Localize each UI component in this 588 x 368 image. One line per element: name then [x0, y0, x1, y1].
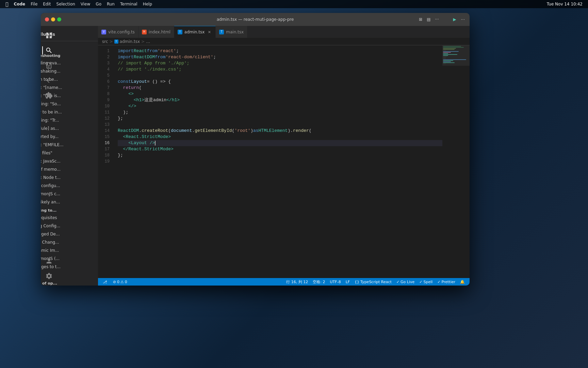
sidebar-item-out-of-memory[interactable]: out of memo... [41, 165, 98, 173]
code-line-4: // import './index.css'; [118, 66, 442, 73]
app-menu-terminal[interactable]: Terminal [120, 2, 137, 6]
code-line-19 [118, 158, 442, 165]
minimap-content [442, 45, 470, 65]
warning-icon: ⚠ [120, 280, 124, 284]
line-num-11: 11 [98, 109, 115, 116]
tab-close-admin[interactable]: ✕ [207, 29, 212, 35]
breadcrumb-src[interactable]: src [102, 39, 108, 44]
sidebar-item-exported[interactable]: exported by... [41, 133, 98, 141]
maximize-button[interactable] [57, 17, 61, 21]
sidebar-item-using-config[interactable]: Using Config... [41, 222, 98, 230]
activity-source-control[interactable] [42, 59, 56, 72]
line-num-2: 2 [98, 54, 115, 60]
split-editor-icon[interactable]: ⊞ [418, 17, 423, 22]
status-errors[interactable]: ⊘ 0 ⚠ 0 [111, 278, 129, 286]
status-prettier[interactable]: ✓ Prettier [435, 278, 457, 286]
app-menu-file[interactable]: File [31, 2, 37, 6]
activity-settings[interactable] [42, 269, 56, 283]
minimize-button[interactable] [51, 17, 55, 21]
app-menu-code[interactable]: Code [14, 2, 25, 6]
warning-count: 0 [125, 280, 127, 284]
line-col-text: 行 16, 列 12 [286, 279, 308, 285]
status-line-col[interactable]: 行 16, 列 12 [284, 278, 310, 286]
sidebar-item-likely[interactable]: likely to be in... [41, 108, 98, 116]
sidebar-item-more-chang[interactable]: More Chang... [41, 238, 98, 246]
activity-extensions[interactable] [42, 89, 56, 102]
macos-menubar:  Code File Edit Selection View Go Run T… [0, 0, 588, 8]
app-menu-help[interactable]: Help [143, 2, 152, 6]
html-icon: H [142, 30, 147, 34]
sidebar-item-emfile[interactable]: Error: "EMFILE... [41, 141, 98, 149]
tab-admin-tsx[interactable]: T admin.tsx ✕ [174, 26, 216, 38]
tab-bar: V vite.config.ts H index.html T admin.ts… [98, 26, 470, 38]
code-line-6: const Layout = () => { [118, 79, 442, 85]
status-branch[interactable]: ⎇ [101, 278, 110, 286]
app-menu-go[interactable]: Go [96, 2, 101, 6]
sidebar-item-open-files[interactable]: open files" [41, 149, 98, 157]
more-actions-icon[interactable]: ⋯ [460, 17, 466, 22]
sidebar-item-likely-an[interactable]: it is likely an... [41, 198, 98, 206]
layout-icon[interactable]: ▤ [426, 17, 431, 22]
status-bell[interactable]: 🔔 [458, 278, 467, 286]
breadcrumb-sep2: > [141, 39, 145, 44]
status-line-ending[interactable]: LF [344, 278, 352, 286]
sidebar-item-node-error[interactable]: Error: Node t... [41, 173, 98, 182]
activity-account[interactable] [42, 254, 56, 268]
activity-explorer[interactable] [42, 29, 56, 42]
code-line-14: ReactDOM.createRoot(document.getElementB… [118, 128, 442, 134]
run-icon[interactable]: ▶ [452, 17, 457, 22]
code-editor[interactable]: import React from 'react'; import ReactD… [115, 45, 442, 278]
activity-search[interactable] [42, 44, 56, 57]
vite-icon: V [101, 30, 106, 34]
apple-icon[interactable]:  [5, 1, 8, 7]
app-menu-run[interactable]: Run [107, 2, 115, 6]
tsx-icon-main: T [219, 30, 224, 34]
app-menu-edit[interactable]: Edit [43, 2, 51, 6]
prettier-text: Prettier [442, 280, 455, 284]
line-num-6: 6 [98, 79, 115, 85]
tab-index-html[interactable]: H index.html [138, 26, 174, 38]
status-language[interactable]: {} TypeScript React [353, 278, 394, 286]
more-icon[interactable]: ··· [434, 17, 440, 22]
line-num-10: 10 [98, 103, 115, 109]
line-num-18: 18 [98, 152, 115, 158]
sidebar-item-your-config[interactable]: your configu... [41, 182, 98, 190]
line-numbers: 1 2 3 4 5 6 7 8 9 10 11 12 13 14 [98, 45, 115, 278]
sidebar-item-prerequisites[interactable]: Prerequisites [41, 214, 98, 222]
tab-main-tsx[interactable]: T main.tsx [216, 26, 247, 38]
app-menu-view[interactable]: View [81, 2, 90, 6]
sidebar-section-migrating[interactable]: ▼ Migrating to... [41, 206, 98, 214]
breadcrumb-ellipsis[interactable]: … [146, 39, 150, 44]
editor-area: V vite.config.ts H index.html T admin.ts… [98, 26, 470, 286]
sidebar-item-module[interactable]: [module] as... [41, 124, 98, 133]
status-encoding[interactable]: UTF-8 [328, 278, 343, 286]
line-num-4: 4 [98, 66, 115, 73]
activity-run-debug[interactable] [42, 74, 56, 87]
section-label-migrating: Migrating to... [41, 208, 56, 213]
line-num-14: 14 [98, 128, 115, 134]
vscode-window: admin.tsx — react-muti-page-app-pre ⊞ ▤ … [41, 13, 470, 286]
sidebar-item-changed-de[interactable]: Changed De... [41, 230, 98, 238]
line-ending-text: LF [346, 280, 350, 284]
status-go-live[interactable]: ✓ Go Live [394, 278, 416, 286]
encoding-text: UTF-8 [330, 280, 341, 284]
sidebar-item-commonjs[interactable]: CommonJS c... [41, 190, 98, 198]
breadcrumb-sep1: > [110, 39, 113, 44]
status-spaces[interactable]: 空格: 2 [311, 278, 327, 286]
window-title: admin.tsx — react-muti-page-app-pre [217, 17, 294, 22]
sidebar-item-warning-tr[interactable]: Warning: "Tr... [41, 116, 98, 124]
code-line-5 [118, 73, 442, 79]
line-num-5: 5 [98, 73, 115, 79]
line-num-12: 12 [98, 116, 115, 122]
sidebar-item-javascript-error[interactable]: Error: JavaSc... [41, 157, 98, 165]
code-line-1: import React from 'react'; [118, 48, 442, 54]
go-live-text: Go Live [401, 280, 414, 284]
language-text: TypeScript React [360, 280, 392, 284]
sidebar-item-dynamic-im[interactable]: Dynamic Im... [41, 246, 98, 255]
breadcrumb-admin[interactable]: T admin.tsx [114, 39, 140, 44]
app-menu-selection[interactable]: Selection [56, 2, 75, 6]
status-spell[interactable]: ✓ Spell [417, 278, 435, 286]
close-button[interactable] [45, 17, 49, 21]
vscode-body: R rollup.js Deno ▼ Troubleshooting Avoid… [41, 26, 470, 286]
tab-vite-config[interactable]: V vite.config.ts [98, 26, 138, 38]
